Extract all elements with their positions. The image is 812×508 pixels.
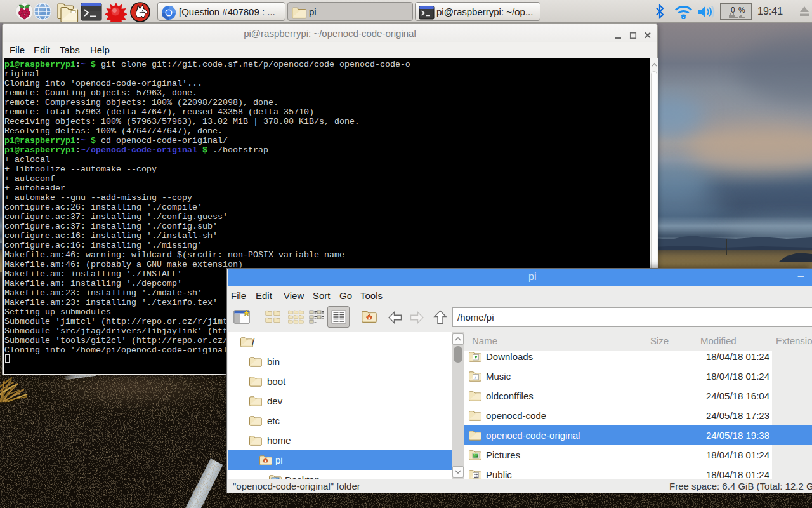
svg-text:♪: ♪	[474, 375, 476, 380]
